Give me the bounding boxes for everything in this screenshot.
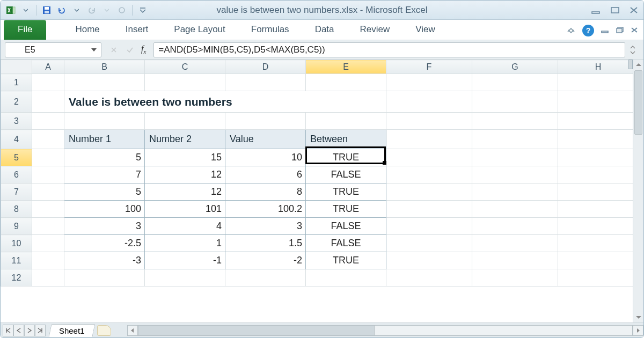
cell[interactable]: 15 [145,149,225,166]
cell[interactable]: 12 [145,166,225,183]
excel-app-icon[interactable] [5,4,17,16]
cell[interactable]: 10 [225,149,306,166]
cell[interactable]: FALSE [306,218,386,235]
scroll-down-icon[interactable] [633,312,643,322]
cell[interactable]: -2.5 [64,235,145,252]
sheet-tab-active[interactable]: Sheet1 [48,324,95,337]
row-header[interactable]: 7 [1,183,32,201]
table-header[interactable]: Value [225,130,306,149]
row-header[interactable]: 4 [1,130,32,149]
workbook-restore-icon[interactable] [616,26,624,35]
undo-dropdown-icon[interactable] [71,4,83,16]
touch-mode-icon[interactable] [116,4,128,16]
tab-formulas[interactable]: Formulas [238,19,302,40]
cell[interactable]: 6 [225,166,306,183]
sheet-nav-prev-icon[interactable] [13,325,24,336]
cell[interactable]: 100 [64,201,145,218]
insert-function-icon[interactable]: fx [138,44,149,55]
cell[interactable]: 1.5 [225,235,306,252]
ribbon-collapse-icon[interactable] [566,26,576,35]
cell[interactable]: 101 [145,201,225,218]
cell[interactable]: -2 [225,252,306,269]
sheet-nav-last-icon[interactable] [35,325,46,336]
scroll-right-icon[interactable] [633,325,643,336]
scrollbar-track[interactable] [633,70,643,312]
row-header[interactable]: 1 [1,74,32,91]
col-header-B[interactable]: B [64,60,145,74]
col-header-D[interactable]: D [225,60,306,74]
sheet-nav-first-icon[interactable] [3,325,13,336]
cell[interactable]: FALSE [306,166,386,183]
sheet-title-cell[interactable]: Value is between two numbers [64,91,386,113]
minimize-icon[interactable] [591,6,601,14]
col-header-E[interactable]: E [306,60,386,74]
scrollbar-thumb[interactable] [138,326,375,335]
row-header[interactable]: 5 [1,149,32,166]
cell[interactable]: TRUE [306,201,386,218]
save-icon[interactable] [41,4,53,16]
redo-icon[interactable] [86,4,98,16]
workbook-minimize-icon[interactable] [601,26,609,35]
undo-icon[interactable] [56,4,68,16]
cell[interactable]: FALSE [306,235,386,252]
row-header[interactable]: 12 [1,269,32,286]
redo-dropdown-icon[interactable] [101,4,113,16]
worksheet-grid[interactable]: A B C D E F G H 1 2 Value is between two… [1,60,633,322]
cell[interactable]: TRUE [306,183,386,201]
cell[interactable]: 1 [145,235,225,252]
scroll-left-icon[interactable] [127,325,138,336]
tab-view[interactable]: View [402,19,448,40]
tab-page-layout[interactable]: Page Layout [161,19,238,40]
expand-formula-bar-icon[interactable] [630,45,639,55]
col-header-H[interactable]: H [558,60,633,74]
split-handle[interactable] [628,60,633,69]
select-all-corner[interactable] [1,60,32,74]
name-box-dropdown-icon[interactable] [89,45,99,55]
maximize-icon[interactable] [610,6,620,14]
cell[interactable]: 7 [64,166,145,183]
sheet-nav-next-icon[interactable] [24,325,35,336]
cell[interactable]: -1 [145,252,225,269]
cell[interactable]: 5 [64,183,145,201]
table-header[interactable]: Number 2 [145,130,225,149]
vertical-scrollbar[interactable] [633,60,643,322]
table-header[interactable]: Between [306,130,386,149]
file-tab[interactable]: File [4,20,46,40]
tab-review[interactable]: Review [347,19,403,40]
col-header-C[interactable]: C [145,60,225,74]
customize-qat-icon[interactable] [137,4,149,16]
workbook-close-icon[interactable] [631,26,638,35]
col-header-A[interactable]: A [32,60,64,74]
close-icon[interactable] [630,6,638,14]
tab-home[interactable]: Home [62,19,112,40]
cell[interactable]: 100.2 [225,201,306,218]
cancel-formula-icon[interactable] [106,42,122,57]
cell-selected[interactable]: TRUE [306,149,386,166]
scrollbar-track[interactable] [138,325,633,336]
scroll-up-icon[interactable] [633,60,643,70]
scrollbar-thumb[interactable] [634,70,642,135]
row-header[interactable]: 2 [1,91,32,113]
row-header[interactable]: 11 [1,252,32,269]
cell[interactable]: 8 [225,183,306,201]
qat-dropdown-icon[interactable] [20,4,32,16]
cell[interactable]: 3 [225,218,306,235]
cell[interactable]: 4 [145,218,225,235]
col-header-G[interactable]: G [472,60,558,74]
tab-data[interactable]: Data [302,19,347,40]
table-header[interactable]: Number 1 [64,130,145,149]
enter-formula-icon[interactable] [122,42,138,57]
row-header[interactable]: 3 [1,113,32,130]
cell[interactable]: 3 [64,218,145,235]
row-header[interactable]: 6 [1,166,32,183]
row-header[interactable]: 10 [1,235,32,252]
cell[interactable]: TRUE [306,252,386,269]
name-box[interactable]: E5 [5,42,101,57]
help-icon[interactable]: ? [582,25,594,36]
horizontal-scrollbar[interactable] [127,325,643,336]
cell[interactable]: 12 [145,183,225,201]
row-header[interactable]: 8 [1,201,32,218]
tab-insert[interactable]: Insert [113,19,162,40]
col-header-F[interactable]: F [386,60,472,74]
formula-input[interactable]: =AND(D5>MIN(B5,C5),D5<MAX(B5,C5)) [153,42,625,57]
